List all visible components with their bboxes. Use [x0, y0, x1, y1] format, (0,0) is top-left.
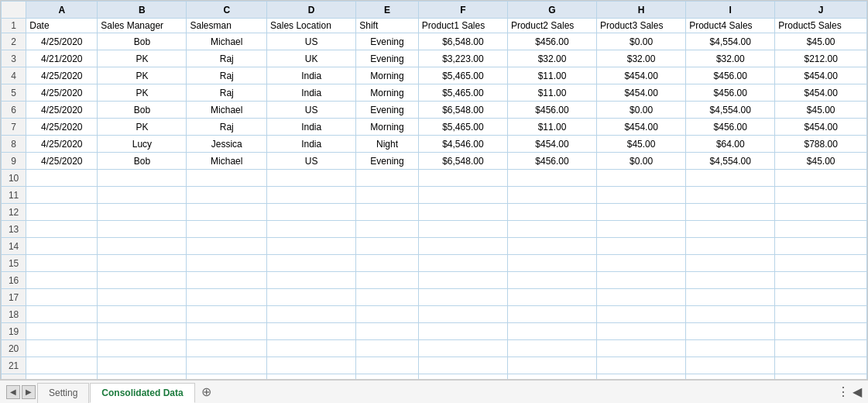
- cell-9-I[interactable]: $4,554.00: [686, 153, 775, 170]
- cell-5-E[interactable]: Morning: [356, 84, 419, 102]
- cell-7-E[interactable]: Morning: [356, 119, 419, 136]
- empty-cell[interactable]: [98, 204, 187, 221]
- empty-cell[interactable]: [507, 170, 596, 187]
- cell-8-I[interactable]: $64.00: [686, 136, 775, 153]
- empty-cell[interactable]: [187, 340, 267, 357]
- cell-5-A[interactable]: 4/25/2020: [26, 84, 98, 102]
- empty-cell[interactable]: [267, 170, 356, 187]
- cell-2-F[interactable]: $6,548.00: [418, 33, 507, 50]
- empty-cell[interactable]: [356, 255, 419, 272]
- empty-cell[interactable]: [187, 289, 267, 306]
- cell-7-F[interactable]: $5,465.00: [418, 119, 507, 136]
- cell-3-A[interactable]: 4/21/2020: [26, 50, 98, 67]
- cell-4-A[interactable]: 4/25/2020: [26, 67, 98, 84]
- empty-cell[interactable]: [507, 323, 596, 340]
- empty-cell[interactable]: [356, 204, 419, 221]
- cell-4-E[interactable]: Morning: [356, 67, 419, 84]
- empty-cell[interactable]: [26, 357, 98, 374]
- cell-6-D[interactable]: US: [267, 102, 356, 119]
- empty-cell[interactable]: [187, 272, 267, 289]
- empty-cell[interactable]: [267, 204, 356, 221]
- empty-cell[interactable]: [597, 238, 686, 255]
- empty-cell[interactable]: [686, 323, 775, 340]
- empty-cell[interactable]: [267, 323, 356, 340]
- empty-cell[interactable]: [418, 187, 507, 204]
- cell-7-J[interactable]: $454.00: [775, 119, 867, 136]
- empty-cell[interactable]: [507, 272, 596, 289]
- empty-cell[interactable]: [98, 272, 187, 289]
- empty-cell[interactable]: [686, 272, 775, 289]
- empty-cell[interactable]: [26, 272, 98, 289]
- cell-3-D[interactable]: UK: [267, 50, 356, 67]
- cell-8-D[interactable]: India: [267, 136, 356, 153]
- cell-8-C[interactable]: Jessica: [187, 136, 267, 153]
- empty-cell[interactable]: [267, 374, 356, 381]
- cell-6-G[interactable]: $456.00: [507, 102, 596, 119]
- empty-cell[interactable]: [187, 221, 267, 238]
- col-letter-D[interactable]: D: [267, 2, 356, 19]
- empty-cell[interactable]: [26, 323, 98, 340]
- col-letter-H[interactable]: H: [597, 2, 686, 19]
- cell-9-B[interactable]: Bob: [98, 153, 187, 170]
- empty-cell[interactable]: [98, 255, 187, 272]
- empty-cell[interactable]: [98, 170, 187, 187]
- cell-3-C[interactable]: Raj: [187, 50, 267, 67]
- empty-cell[interactable]: [686, 255, 775, 272]
- cell-5-B[interactable]: PK: [98, 84, 187, 102]
- empty-cell[interactable]: [356, 238, 419, 255]
- cell-7-C[interactable]: Raj: [187, 119, 267, 136]
- col-letter-I[interactable]: I: [686, 2, 775, 19]
- empty-cell[interactable]: [187, 255, 267, 272]
- cell-8-B[interactable]: Lucy: [98, 136, 187, 153]
- empty-cell[interactable]: [597, 272, 686, 289]
- empty-cell[interactable]: [26, 374, 98, 381]
- cell-6-J[interactable]: $45.00: [775, 102, 867, 119]
- cell-4-I[interactable]: $456.00: [686, 67, 775, 84]
- empty-cell[interactable]: [187, 170, 267, 187]
- cell-8-E[interactable]: Night: [356, 136, 419, 153]
- empty-cell[interactable]: [418, 323, 507, 340]
- empty-cell[interactable]: [775, 374, 867, 381]
- cell-3-F[interactable]: $3,223.00: [418, 50, 507, 67]
- empty-cell[interactable]: [98, 221, 187, 238]
- cell-2-H[interactable]: $0.00: [597, 33, 686, 50]
- empty-cell[interactable]: [418, 221, 507, 238]
- empty-cell[interactable]: [418, 340, 507, 357]
- empty-cell[interactable]: [356, 374, 419, 381]
- empty-cell[interactable]: [26, 170, 98, 187]
- scroll-left-icon[interactable]: ◀: [853, 384, 862, 399]
- cell-9-G[interactable]: $456.00: [507, 153, 596, 170]
- empty-cell[interactable]: [267, 255, 356, 272]
- empty-cell[interactable]: [507, 357, 596, 374]
- col-letter-A[interactable]: A: [26, 2, 98, 19]
- empty-cell[interactable]: [597, 306, 686, 323]
- empty-cell[interactable]: [418, 374, 507, 381]
- cell-5-I[interactable]: $456.00: [686, 84, 775, 102]
- empty-cell[interactable]: [775, 170, 867, 187]
- empty-cell[interactable]: [267, 221, 356, 238]
- empty-cell[interactable]: [507, 306, 596, 323]
- empty-cell[interactable]: [597, 357, 686, 374]
- cell-7-D[interactable]: India: [267, 119, 356, 136]
- cell-2-I[interactable]: $4,554.00: [686, 33, 775, 50]
- empty-cell[interactable]: [356, 289, 419, 306]
- cell-3-I[interactable]: $32.00: [686, 50, 775, 67]
- cell-2-G[interactable]: $456.00: [507, 33, 596, 50]
- empty-cell[interactable]: [356, 357, 419, 374]
- empty-cell[interactable]: [267, 272, 356, 289]
- tab-setting[interactable]: Setting: [37, 383, 89, 403]
- tab-nav-right[interactable]: ▶: [22, 385, 36, 399]
- empty-cell[interactable]: [686, 204, 775, 221]
- empty-cell[interactable]: [26, 289, 98, 306]
- empty-cell[interactable]: [187, 323, 267, 340]
- empty-cell[interactable]: [775, 187, 867, 204]
- empty-cell[interactable]: [507, 204, 596, 221]
- cell-9-J[interactable]: $45.00: [775, 153, 867, 170]
- empty-cell[interactable]: [686, 340, 775, 357]
- empty-cell[interactable]: [507, 340, 596, 357]
- col-letter-F[interactable]: F: [418, 2, 507, 19]
- empty-cell[interactable]: [267, 306, 356, 323]
- empty-cell[interactable]: [775, 238, 867, 255]
- cell-7-B[interactable]: PK: [98, 119, 187, 136]
- cell-7-A[interactable]: 4/25/2020: [26, 119, 98, 136]
